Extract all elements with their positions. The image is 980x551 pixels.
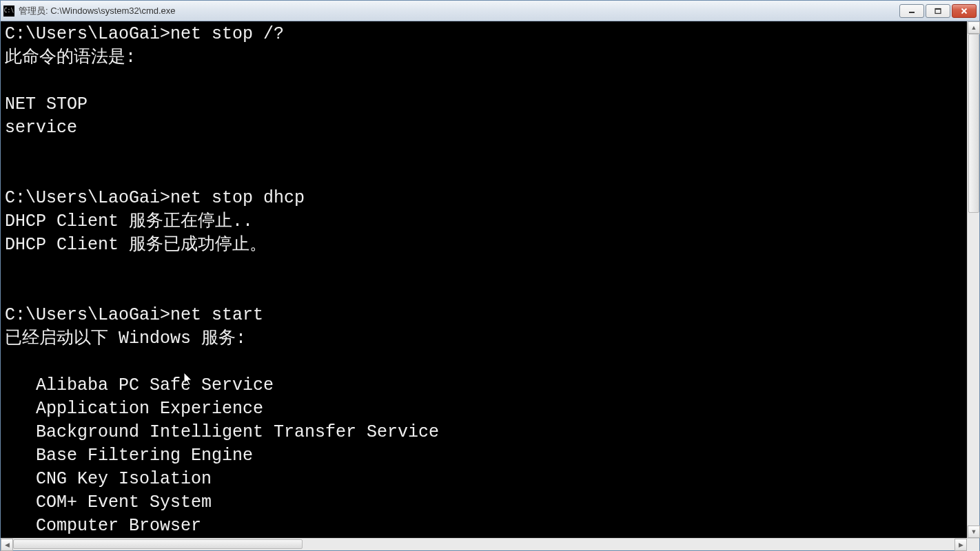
scroll-up-arrow-icon[interactable]: ▲ (968, 21, 980, 34)
scroll-right-arrow-icon[interactable]: ▶ (955, 539, 967, 551)
cmd-icon: C:\ (3, 6, 14, 17)
scroll-left-arrow-icon[interactable]: ◀ (1, 539, 13, 551)
window-title: 管理员: C:\Windows\system32\cmd.exe (19, 5, 899, 17)
horizontal-scroll-track[interactable] (13, 539, 955, 550)
horizontal-scroll-thumb[interactable] (13, 539, 303, 549)
minimize-button[interactable] (899, 4, 924, 18)
horizontal-scrollbar[interactable]: ◀ ▶ (1, 538, 979, 550)
maximize-button[interactable] (926, 4, 950, 18)
terminal-area: C:\Users\LaoGai>net stop /? 此命令的语法是: NET… (1, 21, 979, 538)
terminal-output[interactable]: C:\Users\LaoGai>net stop /? 此命令的语法是: NET… (1, 21, 967, 538)
scroll-down-arrow-icon[interactable]: ▼ (968, 526, 980, 538)
resize-grip[interactable] (967, 539, 979, 551)
close-button[interactable] (952, 4, 977, 18)
cmd-window: C:\ 管理员: C:\Windows\system32\cmd.exe C:\… (0, 0, 980, 551)
window-controls (899, 4, 977, 18)
vertical-scroll-thumb[interactable] (968, 34, 979, 213)
vertical-scrollbar[interactable]: ▲ ▼ (967, 21, 979, 538)
titlebar[interactable]: C:\ 管理员: C:\Windows\system32\cmd.exe (1, 1, 979, 21)
